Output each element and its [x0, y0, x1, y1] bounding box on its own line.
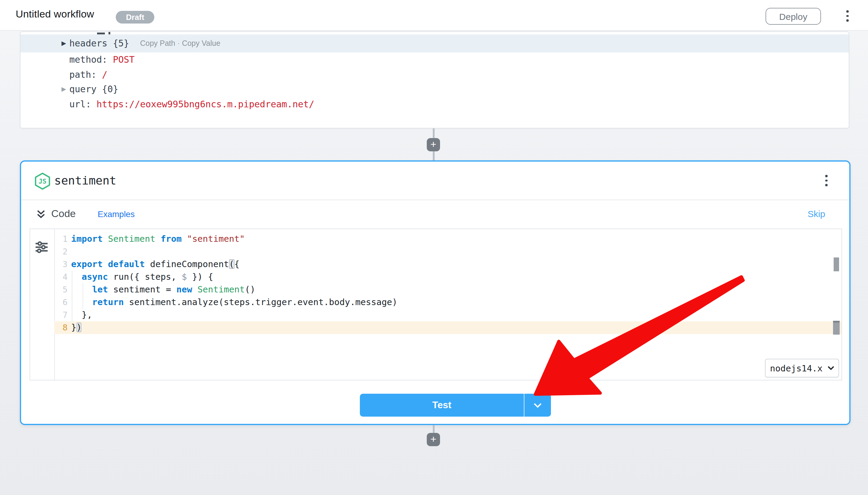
- workflow-title[interactable]: Untitled workflow: [16, 8, 94, 20]
- skip-link[interactable]: Skip: [808, 209, 825, 219]
- code-line-5[interactable]: 5 let sentiment = new Sentiment(): [54, 284, 841, 296]
- draft-status-badge: Draft: [116, 11, 155, 23]
- line-number: 6: [54, 296, 71, 309]
- json-row-headers[interactable]: ▶headers {5}Copy Path · Copy Value: [20, 34, 849, 52]
- triangle-right-icon[interactable]: ▶: [62, 40, 66, 47]
- test-split-button[interactable]: Test: [360, 394, 551, 416]
- code-line-2[interactable]: 2: [54, 245, 841, 258]
- line-number: 4: [54, 271, 71, 284]
- json-row-method: method:POST: [20, 52, 849, 67]
- code-lines[interactable]: 1import Sentiment from "sentiment"23expo…: [54, 233, 841, 334]
- plus-icon: +: [430, 434, 436, 444]
- code-line-3[interactable]: 3export default defineComponent({: [54, 258, 841, 271]
- sentiment-step-panel[interactable]: JS sentiment Code Examples Skip: [20, 160, 851, 425]
- runtime-select[interactable]: nodejs14.x: [765, 359, 839, 377]
- add-step-button[interactable]: +: [427, 433, 440, 446]
- test-options-button[interactable]: [524, 394, 551, 416]
- svg-text:JS: JS: [39, 177, 47, 185]
- indent-guide: [82, 284, 83, 309]
- json-row-query[interactable]: ▶query {0}: [20, 82, 849, 97]
- step-name[interactable]: sentiment: [54, 174, 116, 187]
- chevron-down-icon: [534, 403, 542, 408]
- top-bar: Untitled workflow Draft Deploy: [0, 0, 868, 31]
- triangle-right-icon[interactable]: ▶: [62, 86, 66, 92]
- step-header: JS sentiment: [21, 161, 849, 200]
- editor-gutter: [30, 229, 55, 380]
- line-number: 2: [54, 245, 71, 258]
- code-line-7[interactable]: 7 },: [54, 309, 841, 321]
- pipedream-workflow-builder: Untitled workflow Draft Deploy ▶headers …: [0, 0, 868, 495]
- code-line-1[interactable]: 1import Sentiment from "sentiment": [54, 233, 841, 245]
- trigger-result-panel[interactable]: ▶headers {5}Copy Path · Copy Valuemethod…: [20, 31, 849, 129]
- json-row-url: url:https://eoxew995bng6ncs.m.pipedream.…: [20, 97, 849, 112]
- editor-scrollbar-cursor-marker: [833, 321, 840, 335]
- deploy-button[interactable]: Deploy: [765, 8, 821, 25]
- kebab-menu-icon[interactable]: [846, 10, 848, 22]
- chevron-down-icon: [827, 366, 834, 370]
- code-section-toolbar: Code Examples Skip: [21, 200, 849, 228]
- line-number: 7: [54, 309, 71, 321]
- step-kebab-menu-icon[interactable]: [826, 175, 828, 186]
- sliders-icon[interactable]: [35, 241, 48, 253]
- examples-link[interactable]: Examples: [98, 209, 135, 219]
- code-line-8[interactable]: 8}): [54, 321, 841, 334]
- code-line-4[interactable]: 4 async run({ steps, $ }) {: [54, 271, 841, 284]
- clipped-row-fragment: [20, 32, 849, 34]
- code-line-6[interactable]: 6 return sentiment.analyze(steps.trigger…: [54, 296, 841, 309]
- line-number: 1: [54, 233, 71, 245]
- section-title: Code: [51, 208, 76, 220]
- nodejs-hexagon-icon: JS: [34, 172, 51, 190]
- line-number: 8: [54, 321, 71, 334]
- json-row-path: path:/: [20, 67, 849, 82]
- plus-icon: +: [430, 139, 436, 150]
- chevrons-down-icon[interactable]: [36, 210, 46, 219]
- json-tree: ▶headers {5}Copy Path · Copy Valuemethod…: [20, 34, 849, 112]
- row-copy-actions[interactable]: Copy Path · Copy Value: [140, 39, 220, 48]
- test-button[interactable]: Test: [360, 394, 524, 416]
- line-number: 3: [54, 258, 71, 271]
- add-step-button[interactable]: +: [427, 138, 440, 151]
- line-number: 5: [54, 284, 71, 296]
- editor-scrollbar-thumb[interactable]: [834, 257, 839, 271]
- code-editor[interactable]: 1import Sentiment from "sentiment"23expo…: [30, 228, 842, 380]
- runtime-value: nodejs14.x: [770, 363, 823, 373]
- indent-guide: [71, 271, 72, 321]
